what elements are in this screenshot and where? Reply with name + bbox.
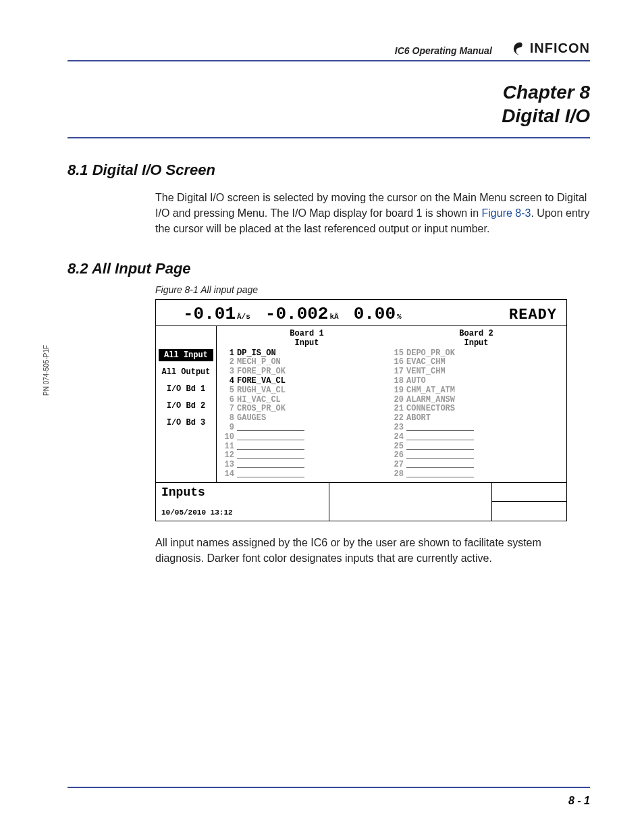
section-8-1-paragraph: The Digital I/O screen is selected by mo…: [155, 190, 590, 237]
input-row: 21CONNECTORS: [392, 405, 561, 414]
input-row: 19CHM_AT_ATM: [392, 386, 561, 396]
input-row: 10: [222, 433, 392, 442]
figure-reference-link[interactable]: Figure 8-3: [482, 207, 531, 219]
nav-column: All InputAll OutputI/O Bd 1I/O Bd 2I/O B…: [156, 326, 217, 482]
input-row: 8GAUGES: [222, 414, 392, 423]
input-row: 7CROS_PR_OK: [222, 405, 392, 414]
input-row: 22ABORT: [392, 414, 561, 423]
inficon-icon: [512, 41, 527, 56]
input-row: 9: [222, 423, 392, 433]
nav-item[interactable]: I/O Bd 3: [159, 417, 213, 429]
board1-header: Board 1 Input: [222, 329, 392, 348]
input-row: 15DEPO_PR_OK: [392, 349, 561, 359]
rate-unit: Å/s: [237, 313, 250, 321]
input-row: 27: [392, 461, 561, 470]
footer-mode-label: Inputs: [161, 486, 323, 499]
input-row: 5RUGH_VA_CL: [222, 386, 392, 396]
timestamp: 10/05/2010 13:12: [161, 509, 323, 517]
nav-item[interactable]: I/O Bd 2: [159, 400, 213, 412]
input-row: 26: [392, 451, 561, 461]
input-row: 25: [392, 442, 561, 452]
input-row: 2MECH_P_ON: [222, 358, 392, 367]
status-label: READY: [509, 307, 557, 323]
thickness-unit: kÅ: [329, 313, 338, 321]
figure-caption: Figure 8-1 All input page: [155, 284, 590, 295]
input-row: 6HI_VAC_CL: [222, 396, 392, 405]
input-row: 28: [392, 470, 561, 479]
input-row: 24: [392, 433, 561, 442]
section-heading-8-2: 8.2 All Input Page: [68, 260, 590, 278]
brand-logo: INFICON: [512, 41, 590, 56]
section-heading-8-1: 8.1 Digital I/O Screen: [68, 161, 590, 179]
input-row: 20ALARM_ANSW: [392, 396, 561, 405]
nav-item[interactable]: I/O Bd 1: [159, 383, 213, 395]
manual-title: IC6 Operating Manual: [395, 45, 492, 56]
nav-item[interactable]: All Output: [159, 366, 213, 378]
input-row: 18AUTO: [392, 377, 561, 386]
page-header: IC6 Operating Manual INFICON: [68, 41, 590, 61]
page-number: 8 - 1: [68, 795, 590, 807]
input-row: 16EVAC_CHM: [392, 358, 561, 367]
input-row: 12: [222, 451, 392, 461]
percent-value: 0.00: [354, 304, 396, 324]
input-row: 3FORE_PR_OK: [222, 367, 392, 377]
input-row: 1DP_IS_ON: [222, 349, 392, 359]
input-row: 17VENT_CHM: [392, 367, 561, 377]
chapter-title: Chapter 8 Digital I/O: [68, 80, 590, 138]
nav-item[interactable]: All Input: [159, 349, 213, 361]
input-row: 23: [392, 423, 561, 433]
input-row: 11: [222, 442, 392, 452]
input-row: 14: [222, 470, 392, 479]
status-bar: -0.01Å/s -0.002kÅ 0.00% READY: [156, 300, 566, 325]
board2-header: Board 2 Input: [392, 329, 561, 348]
input-row: 4FORE_VA_CL: [222, 377, 392, 386]
percent-unit: %: [397, 313, 402, 321]
part-number: PN 074-505-P1F: [43, 344, 50, 395]
input-row: 13: [222, 461, 392, 470]
thickness-value: -0.002: [265, 304, 329, 324]
page-footer: 8 - 1: [68, 787, 590, 807]
section-8-2-paragraph: All input names assigned by the IC6 or b…: [155, 535, 590, 566]
screenshot-figure: -0.01Å/s -0.002kÅ 0.00% READY All InputA…: [155, 299, 567, 521]
rate-value: -0.01: [183, 304, 236, 324]
